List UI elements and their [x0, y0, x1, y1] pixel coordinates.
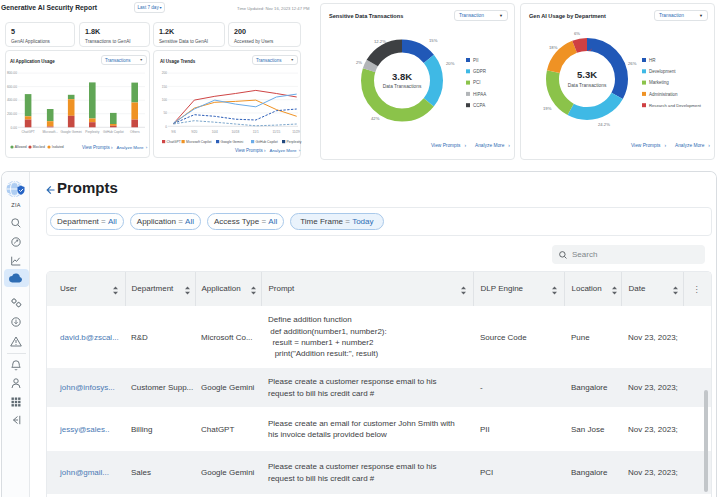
svg-text:150: 150: [162, 85, 168, 89]
svg-text:Blocked: Blocked: [33, 145, 45, 149]
svg-text:Data Transactions: Data Transactions: [568, 83, 607, 88]
svg-text:Analyze More ›: Analyze More ›: [675, 143, 710, 148]
svg-text:19%: 19%: [543, 106, 552, 111]
svg-text:0.00: 0.00: [11, 126, 18, 130]
svg-text:Analyze More ›: Analyze More ›: [270, 148, 301, 153]
svg-text:Sensitive Data Transactions: Sensitive Data Transactions: [329, 13, 403, 19]
svg-text:Development: Development: [649, 69, 676, 74]
svg-text:600.00: 600.00: [7, 85, 17, 89]
svg-text:5.3K: 5.3K: [577, 69, 597, 80]
svg-text:Google Gemini: Google Gemini: [221, 140, 244, 144]
svg-text:Microsoft...: Microsoft...: [42, 130, 58, 134]
svg-text:11/15: 11/15: [273, 130, 281, 134]
svg-text:20%: 20%: [446, 61, 455, 66]
svg-text:View Prompts ›: View Prompts ›: [431, 143, 467, 148]
svg-text:Perplexity: Perplexity: [85, 130, 99, 134]
svg-text:800.00: 800.00: [7, 71, 17, 75]
svg-text:GitHub Copilot: GitHub Copilot: [256, 140, 278, 144]
svg-text:GitHub Copilot: GitHub Copilot: [103, 130, 124, 134]
svg-text:100: 100: [162, 98, 168, 102]
svg-text:Data Transactions: Data Transactions: [383, 84, 422, 89]
svg-text:PII: PII: [473, 58, 479, 63]
svg-text:Isolated: Isolated: [52, 145, 64, 149]
svg-text:400.00: 400.00: [7, 98, 17, 102]
svg-text:ChatGPT: ChatGPT: [21, 130, 34, 134]
svg-text:42%: 42%: [371, 116, 380, 121]
svg-text:Analyze More ›: Analyze More ›: [117, 145, 148, 150]
svg-text:PCI: PCI: [473, 80, 481, 85]
svg-text:Research and Development: Research and Development: [649, 103, 702, 108]
svg-text:CCPA: CCPA: [473, 103, 485, 108]
svg-text:Google Gemini: Google Gemini: [61, 130, 83, 134]
svg-text:9/20: 9/20: [191, 130, 197, 134]
svg-text:24.2%: 24.2%: [598, 122, 610, 127]
svg-text:200.00: 200.00: [7, 112, 17, 116]
svg-text:Perplexity: Perplexity: [287, 140, 302, 144]
svg-text:Gen AI Usage by Department: Gen AI Usage by Department: [529, 13, 606, 19]
svg-text:12.2%: 12.2%: [374, 39, 386, 44]
svg-text:Allowed: Allowed: [15, 145, 27, 149]
svg-text:200: 200: [162, 71, 168, 75]
svg-text:Others: Others: [130, 130, 140, 134]
svg-text:50: 50: [163, 111, 167, 115]
svg-text:Analyze More ›: Analyze More ›: [475, 143, 510, 148]
svg-text:View Prompts ›: View Prompts ›: [235, 148, 266, 153]
svg-text:AI Application Usage: AI Application Usage: [10, 59, 55, 64]
svg-text:Administration: Administration: [649, 92, 678, 97]
svg-text:18%: 18%: [549, 45, 558, 50]
svg-text:HIPAA: HIPAA: [473, 92, 486, 97]
svg-text:View Prompts ›: View Prompts ›: [631, 143, 667, 148]
svg-text:HR: HR: [649, 58, 656, 63]
svg-text:9/6: 9/6: [171, 130, 176, 134]
svg-text:Marketing: Marketing: [649, 80, 669, 85]
svg-text:10/4: 10/4: [212, 130, 218, 134]
svg-text:AI Usage Trends: AI Usage Trends: [160, 59, 196, 64]
svg-text:11/29: 11/29: [292, 130, 300, 134]
svg-text:ChatGPT: ChatGPT: [167, 140, 181, 144]
svg-text:0: 0: [165, 125, 167, 129]
svg-text:GDPR: GDPR: [473, 69, 487, 74]
svg-text:View Prompts ›: View Prompts ›: [82, 145, 113, 150]
svg-text:3.8K: 3.8K: [392, 71, 412, 82]
svg-text:Microsoft Copilot: Microsoft Copilot: [186, 140, 211, 144]
svg-text:11/1: 11/1: [253, 130, 259, 134]
svg-text:2%: 2%: [356, 60, 362, 65]
svg-text:26%: 26%: [628, 61, 637, 66]
svg-text:15%: 15%: [429, 38, 438, 43]
svg-text:10/18: 10/18: [231, 130, 239, 134]
svg-text:6%: 6%: [574, 31, 580, 36]
